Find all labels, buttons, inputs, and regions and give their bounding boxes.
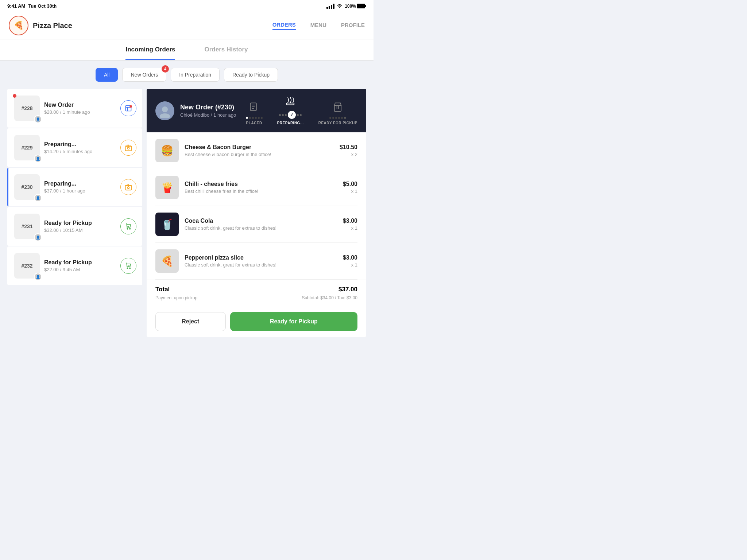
main-nav: ORDERS MENU PROFILE [272, 22, 365, 30]
order-info-230: Preparing... $37.00 / 1 hour ago [44, 180, 116, 194]
svg-point-6 [127, 228, 128, 229]
customer-avatar [155, 101, 174, 120]
item-image-4: 🍕 [155, 249, 179, 273]
order-action-228[interactable] [120, 100, 136, 116]
filter-in-preparation[interactable]: In Preparation [171, 68, 220, 82]
order-action-232[interactable] [120, 258, 136, 274]
avatar-231: 👤 [34, 233, 42, 241]
tab-history[interactable]: Orders History [204, 46, 248, 60]
payment-info: Payment upon pickup Subtotal: $34.00 / T… [155, 295, 357, 300]
progress-steps: PLACED ✓ PREPARING... [246, 96, 357, 125]
battery-icon: 100% [345, 4, 366, 9]
svg-point-5 [128, 187, 129, 188]
order-card-229[interactable]: #229 👤 Preparing... $14.20 / 5 minutes a… [7, 128, 142, 167]
tabs-container: Incoming Orders Orders History [0, 39, 374, 61]
subtotal-tax: Subtotal: $34.00 / Tax: $3.00 [302, 295, 357, 300]
item-image-2: 🍟 [155, 176, 179, 199]
restaurant-logo: 🍕 [9, 16, 28, 35]
nav-profile[interactable]: PROFILE [341, 22, 365, 30]
order-info-228: New Order $28.00 / 1 minute ago [44, 102, 116, 115]
order-card-230[interactable]: #230 👤 Preparing... $37.00 / 1 hour ago [7, 168, 142, 206]
order-action-230[interactable] [120, 179, 136, 195]
logo-container: 🍕 Pizza Place [9, 16, 72, 35]
svg-rect-0 [357, 4, 365, 8]
order-detail-panel: New Order (#230) Chloé Modibo / 1 hour a… [147, 89, 366, 337]
order-card-232[interactable]: #232 👤 Ready for Pickup $22.00 / 9:45 AM [7, 246, 142, 285]
header: 🍕 Pizza Place ORDERS MENU PROFILE [0, 12, 374, 39]
nav-orders[interactable]: ORDERS [272, 22, 296, 30]
order-number-229: #229 👤 [14, 135, 40, 160]
step-preparing: ✓ PREPARING... [277, 96, 304, 125]
status-bar: 9:41 AM Tue Oct 30th 100% [0, 0, 374, 12]
time: 9:41 AM [7, 3, 25, 9]
order-number-230: #230 👤 [14, 174, 40, 200]
new-orders-badge: 4 [162, 65, 169, 73]
order-card-231[interactable]: #231 👤 Ready for Pickup $32.00 / 10:15 A… [7, 207, 142, 246]
tab-incoming[interactable]: Incoming Orders [125, 46, 175, 60]
svg-point-4 [128, 147, 129, 149]
new-indicator [13, 94, 16, 98]
order-info-231: Ready for Pickup $32.00 / 10:15 AM [44, 220, 116, 233]
filter-ready-to-pickup[interactable]: Ready to Pickup [224, 68, 278, 82]
avatar-229: 👤 [34, 155, 42, 163]
order-info-232: Ready for Pickup $22.00 / 9:45 AM [44, 259, 116, 272]
svg-point-9 [129, 268, 131, 269]
total-section: Total $37.00 Payment upon pickup Subtota… [147, 280, 366, 306]
order-item-4: 🍕 Pepperoni pizza slice Classic soft dri… [155, 243, 357, 280]
svg-rect-13 [287, 103, 294, 105]
restaurant-name: Pizza Place [33, 22, 72, 30]
svg-point-11 [160, 113, 170, 118]
order-detail-header: New Order (#230) Chloé Modibo / 1 hour a… [147, 89, 366, 132]
total-amount: $37.00 [338, 286, 357, 293]
order-action-229[interactable] [120, 140, 136, 156]
main-content: #228 👤 New Order $28.00 / 1 minute ago #… [0, 89, 374, 344]
total-row: Total $37.00 [155, 286, 357, 293]
step-placed: PLACED [246, 102, 263, 125]
orders-list: #228 👤 New Order $28.00 / 1 minute ago #… [7, 89, 142, 337]
avatar-230: 👤 [34, 194, 42, 202]
svg-point-3 [129, 105, 132, 108]
item-image-3: 🥤 [155, 213, 179, 236]
nav-menu[interactable]: MENU [310, 22, 326, 30]
payment-method: Payment upon pickup [155, 295, 197, 300]
action-buttons: Reject Ready for Pickup [147, 306, 366, 337]
svg-rect-1 [365, 5, 366, 7]
order-items-list: 🍔 Cheese & Bacon Burger Best cheese & ba… [147, 132, 366, 280]
order-item-1: 🍔 Cheese & Bacon Burger Best cheese & ba… [155, 132, 357, 169]
wifi-icon [337, 3, 342, 9]
order-item-3: 🥤 Coca Cola Classic soft drink, great fo… [155, 206, 357, 243]
order-item-2: 🍟 Chilli - cheese fries Best chilli chee… [155, 169, 357, 206]
order-detail-info: New Order (#230) Chloé Modibo / 1 hour a… [180, 104, 236, 118]
filters-row: All New Orders 4 In Preparation Ready to… [0, 61, 374, 89]
ready-for-pickup-button[interactable]: Ready for Pickup [230, 312, 357, 331]
order-card-228[interactable]: #228 👤 New Order $28.00 / 1 minute ago [7, 89, 142, 128]
order-number-228: #228 👤 [14, 96, 40, 121]
order-info-229: Preparing... $14.20 / 5 minutes ago [44, 141, 116, 154]
item-image-1: 🍔 [155, 139, 179, 162]
total-label: Total [155, 286, 170, 293]
filter-all[interactable]: All [96, 68, 118, 82]
svg-point-7 [129, 228, 131, 229]
step-ready-for-pickup: READY FOR PICKUP [318, 102, 357, 125]
date: Tue Oct 30th [28, 3, 57, 9]
avatar-232: 👤 [34, 273, 42, 281]
order-action-231[interactable] [120, 218, 136, 234]
svg-point-10 [162, 106, 168, 112]
avatar-228: 👤 [34, 115, 42, 123]
filter-new-orders[interactable]: New Orders 4 [122, 68, 166, 82]
svg-point-8 [127, 268, 128, 269]
reject-button[interactable]: Reject [155, 312, 226, 331]
order-number-232: #232 👤 [14, 253, 40, 279]
order-number-231: #231 👤 [14, 214, 40, 239]
signal-icon [326, 4, 334, 9]
